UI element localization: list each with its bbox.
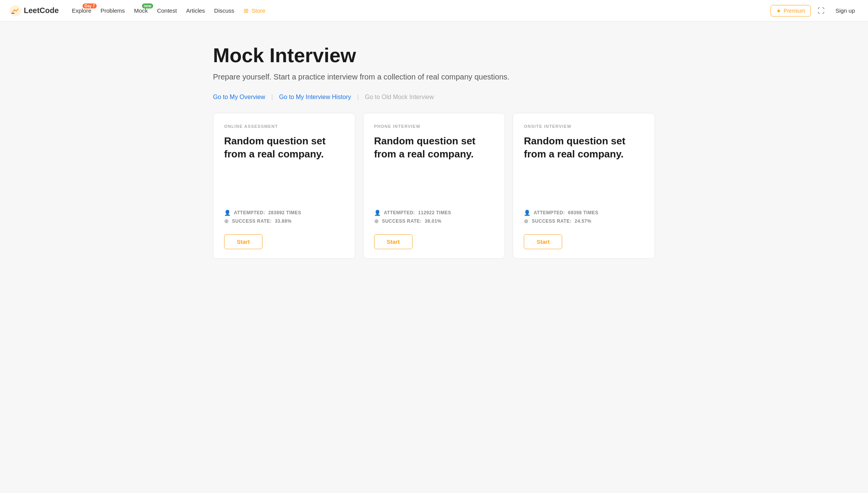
nav-right: ★ Premium ⛶ Sign up [771, 4, 859, 17]
page-subtitle: Prepare yourself. Start a practice inter… [213, 73, 655, 81]
card-category-onsite: ONSITE INTERVIEW [524, 124, 644, 129]
logo-text: LeetCode [24, 6, 59, 15]
nav-item-contest[interactable]: Contest [153, 5, 181, 16]
nav-item-articles[interactable]: Articles [182, 5, 209, 16]
stat-success-online: ⊕ SUCCESS RATE: 33.88% [224, 218, 344, 224]
nav-item-discuss[interactable]: Discuss [210, 5, 238, 16]
nav-item-problems[interactable]: Problems [97, 5, 129, 16]
contest-label: Contest [157, 7, 177, 14]
attempted-value-online: 283892 TIMES [268, 210, 301, 215]
person-icon-phone: 👤 [374, 210, 381, 216]
card-title-onsite: Random question set from a real company. [524, 135, 644, 202]
nav-item-store[interactable]: ⊞ Store [240, 5, 269, 17]
divider-1: | [271, 94, 273, 101]
store-label: Store [252, 7, 266, 14]
premium-label: Premium [784, 8, 805, 14]
card-phone-interview: PHONE INTERVIEW Random question set from… [363, 113, 505, 259]
logo-icon [9, 5, 21, 17]
success-label-phone: SUCCESS RATE: [382, 218, 422, 224]
card-category-phone: PHONE INTERVIEW [374, 124, 494, 129]
start-label-onsite: Start [536, 238, 550, 245]
target-icon-onsite: ⊕ [524, 218, 529, 224]
stat-attempted-phone: 👤 ATTEMPTED: 112922 TIMES [374, 210, 494, 216]
page-title: Mock Interview [213, 45, 655, 66]
success-label-onsite: SUCCESS RATE: [532, 218, 572, 224]
success-label-online: SUCCESS RATE: [232, 218, 272, 224]
signup-button[interactable]: Sign up [832, 5, 859, 16]
discuss-label: Discuss [214, 7, 234, 14]
articles-label: Articles [186, 7, 205, 14]
card-title-online: Random question set from a real company. [224, 135, 344, 202]
attempted-value-onsite: 69398 TIMES [568, 210, 598, 215]
mock-badge: new [142, 3, 153, 8]
star-icon: ★ [776, 8, 781, 14]
navbar: LeetCode Explore Day 7 Problems Mock new… [0, 0, 868, 22]
start-button-phone[interactable]: Start [374, 234, 413, 249]
card-stats-onsite: 👤 ATTEMPTED: 69398 TIMES ⊕ SUCCESS RATE:… [524, 210, 644, 227]
explore-badge: Day 7 [83, 3, 97, 8]
divider-2: | [357, 94, 359, 101]
person-icon-online: 👤 [224, 210, 231, 216]
premium-button[interactable]: ★ Premium [771, 5, 811, 17]
start-button-onsite[interactable]: Start [524, 234, 562, 249]
nav-item-explore[interactable]: Explore Day 7 [68, 5, 95, 16]
fullscreen-button[interactable]: ⛶ [815, 4, 827, 17]
person-icon-onsite: 👤 [524, 210, 531, 216]
attempted-label-phone: ATTEMPTED: [384, 210, 415, 215]
card-onsite-interview: ONSITE INTERVIEW Random question set fro… [513, 113, 655, 259]
success-value-onsite: 24.57% [574, 218, 591, 224]
cards-row: ONLINE ASSESSMENT Random question set fr… [213, 113, 655, 259]
success-value-phone: 38.01% [425, 218, 442, 224]
link-interview-history[interactable]: Go to My Interview History [279, 94, 351, 101]
target-icon-online: ⊕ [224, 218, 229, 224]
target-icon-phone: ⊕ [374, 218, 379, 224]
page-links-row: Go to My Overview | Go to My Interview H… [213, 94, 655, 101]
card-category-online: ONLINE ASSESSMENT [224, 124, 344, 129]
nav-links: Explore Day 7 Problems Mock new Contest … [68, 5, 767, 17]
nav-item-mock[interactable]: Mock new [130, 5, 152, 16]
main-content: Mock Interview Prepare yourself. Start a… [204, 22, 664, 274]
attempted-value-phone: 112922 TIMES [418, 210, 451, 215]
logo[interactable]: LeetCode [9, 5, 59, 17]
start-label-online: Start [237, 238, 250, 245]
success-value-online: 33.88% [275, 218, 292, 224]
card-stats-online: 👤 ATTEMPTED: 283892 TIMES ⊕ SUCCESS RATE… [224, 210, 344, 227]
stat-attempted-online: 👤 ATTEMPTED: 283892 TIMES [224, 210, 344, 216]
attempted-label-onsite: ATTEMPTED: [534, 210, 565, 215]
stat-success-phone: ⊕ SUCCESS RATE: 38.01% [374, 218, 494, 224]
card-title-phone: Random question set from a real company. [374, 135, 494, 202]
expand-icon: ⛶ [818, 7, 825, 15]
store-icon: ⊞ [244, 7, 249, 14]
link-old-mock: Go to Old Mock Interview [365, 94, 434, 101]
start-label-phone: Start [387, 238, 400, 245]
card-stats-phone: 👤 ATTEMPTED: 112922 TIMES ⊕ SUCCESS RATE… [374, 210, 494, 227]
signup-label: Sign up [835, 7, 855, 14]
problems-label: Problems [101, 7, 125, 14]
stat-success-onsite: ⊕ SUCCESS RATE: 24.57% [524, 218, 644, 224]
card-online-assessment: ONLINE ASSESSMENT Random question set fr… [213, 113, 355, 259]
start-button-online[interactable]: Start [224, 234, 262, 249]
attempted-label-online: ATTEMPTED: [234, 210, 265, 215]
link-my-overview[interactable]: Go to My Overview [213, 94, 265, 101]
stat-attempted-onsite: 👤 ATTEMPTED: 69398 TIMES [524, 210, 644, 216]
